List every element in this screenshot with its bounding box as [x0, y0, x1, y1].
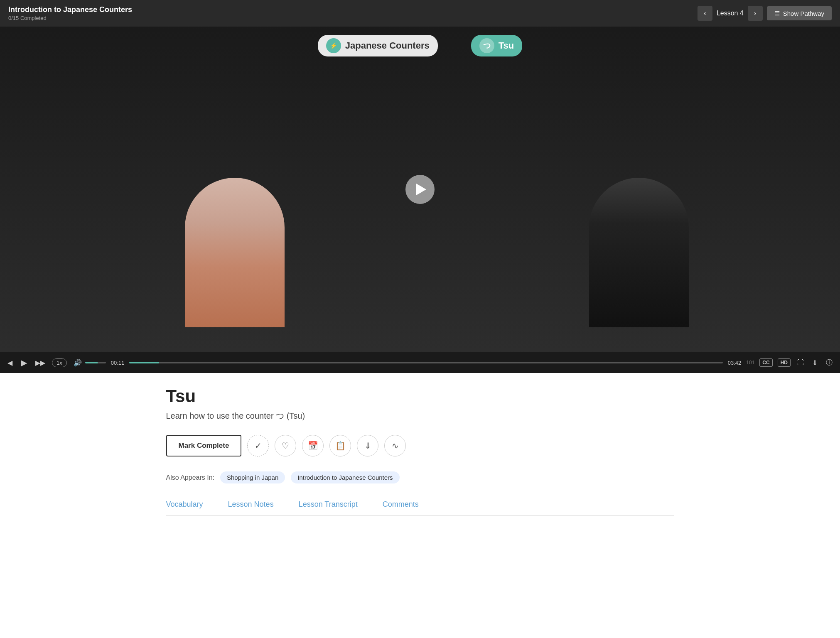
next-lesson-button[interactable]: ›	[748, 6, 763, 21]
volume-bar[interactable]	[85, 362, 106, 363]
expand-button[interactable]: ⛶	[796, 357, 806, 368]
volume-control: 🔊	[72, 357, 106, 368]
skip-forward-button[interactable]: ▶▶	[34, 357, 47, 368]
share-button[interactable]: ∿	[384, 435, 406, 456]
appears-in-tag-1[interactable]: Introduction to Japanese Counters	[291, 471, 399, 483]
counter-badge-text: Tsu	[499, 40, 514, 51]
hd-button[interactable]: HD	[778, 358, 791, 367]
badge-icon-text: ⚡	[330, 42, 337, 49]
appears-in-tag-0[interactable]: Shopping in Japan	[220, 471, 285, 483]
course-badge-icon: ⚡	[326, 38, 341, 53]
person-left-silhouette	[185, 178, 285, 327]
tab-vocabulary[interactable]: Vocabulary	[166, 500, 203, 515]
tab-comments[interactable]: Comments	[383, 500, 419, 515]
speed-button[interactable]: 1x	[52, 358, 67, 367]
counter-badge: つ Tsu	[471, 35, 522, 56]
flashcard-button[interactable]: 📅	[302, 435, 324, 456]
video-badges: ⚡ Japanese Counters つ Tsu	[0, 35, 840, 56]
person-right-silhouette	[589, 178, 689, 327]
course-badge-text: Japanese Counters	[345, 40, 430, 51]
video-watermark: 101	[746, 360, 754, 366]
check-circle-button[interactable]: ✓	[247, 435, 269, 456]
lesson-label: Lesson 4	[717, 10, 744, 17]
help-button[interactable]: ⓘ	[824, 357, 834, 369]
video-background: ⚡ Japanese Counters つ Tsu	[0, 27, 840, 352]
total-time: 03:42	[728, 360, 742, 366]
show-pathway-button[interactable]: ☰ Show Pathway	[767, 6, 832, 20]
cc-button[interactable]: CC	[759, 358, 772, 367]
header: Introduction to Japanese Counters 0/15 C…	[0, 0, 840, 27]
header-left: Introduction to Japanese Counters 0/15 C…	[8, 5, 132, 21]
action-row: Mark Complete ✓ ♡ 📅 📋 ⇓ ∿	[166, 435, 674, 456]
favorite-button[interactable]: ♡	[275, 435, 296, 456]
lesson-description: Learn how to use the counter つ (Tsu)	[166, 410, 674, 422]
play-pause-button[interactable]: ▶	[19, 356, 29, 369]
appears-in-label: Also Appears In:	[166, 474, 215, 481]
video-controls: ◀ ▶ ▶▶ 1x 🔊 00:11 03:42 101 CC HD ⛶ ⇓ ⓘ	[0, 352, 840, 373]
list-icon: ☰	[774, 10, 780, 17]
video-wrapper: ⚡ Japanese Counters つ Tsu	[0, 27, 840, 352]
course-badge: ⚡ Japanese Counters	[318, 35, 438, 56]
play-button[interactable]	[405, 175, 435, 204]
header-course-title: Introduction to Japanese Counters	[8, 5, 132, 14]
progress-bar[interactable]	[129, 362, 722, 363]
header-progress: 0/15 Completed	[8, 15, 132, 21]
content-tabs: Vocabulary Lesson Notes Lesson Transcrip…	[166, 500, 674, 516]
header-right: ‹ Lesson 4 › ☰ Show Pathway	[698, 6, 832, 21]
tab-lesson-notes[interactable]: Lesson Notes	[228, 500, 274, 515]
skip-back-button[interactable]: ◀	[6, 357, 14, 368]
content-area: Tsu Learn how to use the counter つ (Tsu)…	[158, 373, 683, 532]
counter-char: つ	[483, 41, 491, 51]
volume-icon[interactable]: 🔊	[72, 357, 84, 368]
lesson-title: Tsu	[166, 386, 674, 406]
download-lesson-button[interactable]: ⇓	[357, 435, 378, 456]
show-pathway-label: Show Pathway	[783, 10, 824, 17]
current-time: 00:11	[111, 360, 125, 366]
notes-button[interactable]: 📋	[329, 435, 351, 456]
tab-lesson-transcript[interactable]: Lesson Transcript	[299, 500, 358, 515]
appears-in-section: Also Appears In: Shopping in Japan Intro…	[166, 471, 674, 483]
mark-complete-button[interactable]: Mark Complete	[166, 435, 242, 456]
prev-lesson-button[interactable]: ‹	[698, 6, 712, 21]
progress-fill	[129, 362, 159, 363]
download-button[interactable]: ⇓	[811, 357, 819, 368]
counter-badge-icon: つ	[479, 38, 494, 53]
